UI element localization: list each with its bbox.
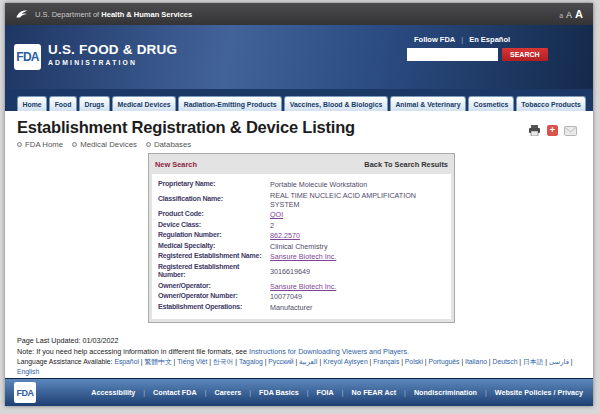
search-button[interactable]: SEARCH xyxy=(502,48,548,61)
nav-tab[interactable]: Vaccines, Blood & Biologics xyxy=(284,96,388,111)
format-note: Note: If you need help accessing informa… xyxy=(17,347,589,358)
detail-row: Proprietary Name: Portable Molecule Work… xyxy=(158,180,445,189)
detail-row: Owner/Operator: Sansure Biotech Inc. xyxy=(158,282,445,291)
detail-row: Medical Specialty: Clinical Chemistry xyxy=(158,242,445,251)
footer-link[interactable]: FDA Basics xyxy=(259,388,299,397)
language-link[interactable]: Italiano xyxy=(465,358,487,365)
field-label: Device Class: xyxy=(158,221,270,230)
back-to-results-link[interactable]: Back To Search Results xyxy=(364,160,448,169)
field-value: Clinical Chemistry xyxy=(270,242,446,251)
language-assistance: Language Assistance Available: Español |… xyxy=(17,357,577,377)
email-icon[interactable] xyxy=(564,126,577,136)
detail-row: Establishment Operations: Manufacturer xyxy=(158,303,445,312)
nav-tab[interactable]: Radiation-Emitting Products xyxy=(178,96,282,111)
hhs-dept-text[interactable]: U.S. Department of Health & Human Servic… xyxy=(35,10,192,19)
detail-row: Product Code: QOI xyxy=(158,210,445,219)
field-value: Portable Molecule Workstation xyxy=(270,180,446,189)
detail-row: Owner/Operator Number: 10077049 xyxy=(158,292,445,301)
nav-tab[interactable]: Tobacco Products xyxy=(516,96,587,111)
field-label: Owner/Operator: xyxy=(158,282,270,291)
field-value: Manufacturer xyxy=(270,303,446,312)
nav-tab[interactable]: Food xyxy=(49,96,77,111)
main-nav: HomeFoodDrugsMedical DevicesRadiation-Em… xyxy=(5,89,593,111)
field-label: Classification Name: xyxy=(158,195,270,204)
field-label: Registered Establishment Number: xyxy=(158,263,270,281)
field-label: Registered Establishment Name: xyxy=(158,252,270,261)
footer-fda-logo[interactable]: FDA xyxy=(14,382,36,403)
footer-link[interactable]: Nondiscrimination xyxy=(414,388,477,397)
nav-tab[interactable]: Drugs xyxy=(79,96,110,111)
field-label: Owner/Operator Number: xyxy=(158,292,270,301)
language-link[interactable]: English xyxy=(17,368,39,375)
fda-header: FDA U.S. FOOD & DRUG ADMINISTRATION Foll… xyxy=(5,25,593,89)
field-label: Medical Specialty: xyxy=(158,242,270,251)
language-link[interactable]: Español xyxy=(114,358,139,365)
main-content: Establishment Registration & Device List… xyxy=(5,111,593,330)
field-value[interactable]: QOI xyxy=(270,210,446,219)
language-link[interactable]: Français xyxy=(373,358,399,365)
detail-row: Registered Establishment Name: Sansure B… xyxy=(158,252,445,261)
language-link[interactable]: 繁體中文 xyxy=(144,358,171,365)
breadcrumb-dot-icon xyxy=(17,142,22,147)
breadcrumb: FDA HomeMedical DevicesDatabases xyxy=(17,140,581,149)
field-value: REAL TIME NUCLEIC ACID AMPLIFICATION SYS… xyxy=(270,191,446,209)
field-value[interactable]: 862.2570 xyxy=(270,231,446,240)
result-box: New Search Back To Search Results Propri… xyxy=(148,153,455,323)
field-label: Proprietary Name: xyxy=(158,180,270,189)
footer-link[interactable]: FOIA xyxy=(317,388,334,397)
follow-fda-link[interactable]: Follow FDA xyxy=(414,35,455,44)
footer-link[interactable]: Website Policies / Privacy xyxy=(495,388,583,397)
footer-bar: FDA Accessibility|Contact FDA|Careers|FD… xyxy=(5,378,593,406)
breadcrumb-link[interactable]: Medical Devices xyxy=(80,140,137,149)
header-links: Follow FDA|En Español xyxy=(414,35,545,44)
viewers-players-link[interactable]: Instructions for Downloading Viewers and… xyxy=(249,347,409,356)
footer-link[interactable]: No FEAR Act xyxy=(352,388,396,397)
breadcrumb-dot-icon xyxy=(146,142,151,147)
device-detail-table: Proprietary Name: Portable Molecule Work… xyxy=(152,174,451,319)
language-link[interactable]: Tagalog xyxy=(239,358,263,365)
last-updated: Page Last Updated: 01/03/2022 xyxy=(17,336,589,347)
en-espanol-link[interactable]: En Español xyxy=(469,35,510,44)
new-search-link[interactable]: New Search xyxy=(155,160,197,169)
field-label: Establishment Operations: xyxy=(158,303,270,312)
language-link[interactable]: 한국어 xyxy=(213,358,233,365)
hhs-topbar: U.S. Department of Health & Human Servic… xyxy=(5,3,593,25)
search-input[interactable] xyxy=(407,48,498,61)
agency-title: U.S. FOOD & DRUG ADMINISTRATION xyxy=(48,42,177,66)
field-label: Regulation Number: xyxy=(158,231,270,240)
detail-row: Device Class: 2 xyxy=(158,221,445,230)
language-link[interactable]: Deutsch xyxy=(493,358,518,365)
footer-link[interactable]: Contact FDA xyxy=(153,388,197,397)
field-value: 3016619649 xyxy=(270,267,446,276)
page-title: Establishment Registration & Device List… xyxy=(17,118,581,137)
language-link[interactable]: Русский xyxy=(268,358,293,365)
detail-row: Classification Name: REAL TIME NUCLEIC A… xyxy=(158,191,445,209)
breadcrumb-link[interactable]: FDA Home xyxy=(25,140,63,149)
nav-tab[interactable]: Home xyxy=(17,96,47,111)
footer-link[interactable]: Careers xyxy=(214,388,241,397)
nav-tab[interactable]: Medical Devices xyxy=(112,96,176,111)
language-link[interactable]: Tiếng Việt xyxy=(177,358,207,365)
language-link[interactable]: Polski xyxy=(405,358,423,365)
field-value[interactable]: Sansure Biotech Inc. xyxy=(270,252,446,261)
font-size-controls[interactable]: a A A xyxy=(559,8,583,20)
detail-row: Regulation Number: 862.2570 xyxy=(158,231,445,240)
nav-tab[interactable]: Animal & Veterinary xyxy=(390,96,466,111)
breadcrumb-link[interactable]: Databases xyxy=(154,140,191,149)
field-value[interactable]: Sansure Biotech Inc. xyxy=(270,282,446,291)
field-value: 2 xyxy=(270,221,446,230)
fda-logo[interactable]: FDA xyxy=(14,44,41,70)
nav-tab[interactable]: Cosmetics xyxy=(468,96,514,111)
print-icon[interactable] xyxy=(528,125,541,136)
field-value: 10077049 xyxy=(270,292,446,301)
footer-links: Accessibility|Contact FDA|Careers|FDA Ba… xyxy=(91,388,583,397)
share-icon[interactable]: + xyxy=(547,125,558,136)
language-link[interactable]: Português xyxy=(429,358,460,365)
language-link[interactable]: Kreyòl Ayisyen xyxy=(323,358,367,365)
language-link[interactable]: فارسی xyxy=(549,358,569,365)
hhs-eagle-icon xyxy=(15,8,29,20)
language-link[interactable]: 日本語 xyxy=(523,358,543,365)
footer-link[interactable]: Accessibility xyxy=(91,388,135,397)
language-link[interactable]: العربية xyxy=(299,358,318,365)
page: U.S. Department of Health & Human Servic… xyxy=(5,3,593,406)
